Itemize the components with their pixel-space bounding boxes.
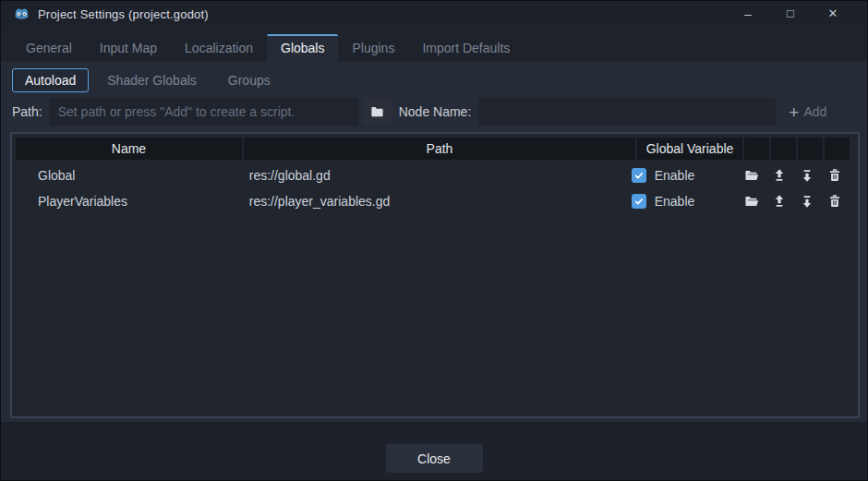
- enable-checkbox[interactable]: [632, 168, 646, 183]
- minimize-icon[interactable]: –: [727, 1, 769, 27]
- path-label: Path:: [12, 104, 42, 119]
- move-down-icon[interactable]: [799, 168, 814, 184]
- add-button-label: Add: [803, 104, 826, 119]
- tab-localization[interactable]: Localization: [171, 34, 267, 62]
- globals-subtab-bar: Autoload Shader Globals Groups: [12, 67, 858, 93]
- checkmark-icon: [633, 196, 645, 207]
- column-header-path[interactable]: Path: [244, 138, 635, 160]
- autoload-toolbar: Path: Node Name: + Add: [12, 97, 858, 126]
- maximize-icon[interactable]: □: [769, 1, 812, 27]
- autoload-table: Name Path Global Variable Global res://g…: [10, 132, 860, 418]
- subtab-groups[interactable]: Groups: [215, 68, 283, 92]
- open-folder-icon[interactable]: [743, 168, 759, 184]
- enable-label: Enable: [655, 168, 695, 183]
- close-button[interactable]: Close: [386, 444, 483, 473]
- godot-logo-icon: [14, 6, 30, 22]
- window-title: Project Settings (project.godot): [38, 7, 209, 21]
- trash-icon[interactable]: [826, 168, 842, 184]
- node-name-input[interactable]: [478, 98, 776, 126]
- enable-checkbox[interactable]: [632, 194, 646, 209]
- column-header-actions-1: [744, 138, 769, 160]
- settings-tab-bar: General Input Map Localization Globals P…: [1, 27, 867, 62]
- row-actions: [734, 194, 854, 210]
- trash-icon[interactable]: [826, 194, 842, 210]
- autoload-name: PlayerVariables: [16, 194, 241, 209]
- browse-path-button[interactable]: [364, 98, 392, 126]
- autoload-path: res://player_variables.gd: [241, 194, 629, 209]
- window-controls: – □ ✕: [727, 1, 854, 27]
- checkmark-icon: [633, 170, 645, 181]
- subtab-shader-globals[interactable]: Shader Globals: [94, 68, 210, 92]
- add-button[interactable]: + Add: [781, 98, 834, 126]
- table-row[interactable]: Global res://global.gd Enable: [16, 162, 854, 188]
- path-input[interactable]: [50, 98, 358, 126]
- close-icon[interactable]: ✕: [812, 1, 854, 27]
- project-settings-window: Project Settings (project.godot) – □ ✕ G…: [0, 0, 868, 481]
- column-header-actions-2: [771, 138, 796, 160]
- global-variable-cell: Enable: [629, 168, 734, 183]
- tab-input-map[interactable]: Input Map: [86, 34, 171, 62]
- dialog-footer: Close: [1, 422, 867, 480]
- open-folder-icon[interactable]: [743, 194, 759, 210]
- move-up-icon[interactable]: [771, 194, 787, 210]
- table-header-row: Name Path Global Variable: [16, 138, 854, 160]
- subtab-autoload[interactable]: Autoload: [12, 68, 89, 92]
- tab-plugins[interactable]: Plugins: [338, 34, 408, 62]
- table-row[interactable]: PlayerVariables res://player_variables.g…: [16, 188, 854, 214]
- tab-import-defaults[interactable]: Import Defaults: [408, 34, 524, 62]
- node-name-label: Node Name:: [399, 104, 472, 119]
- global-variable-cell: Enable: [629, 194, 734, 209]
- folder-icon: [370, 105, 384, 119]
- tab-general[interactable]: General: [12, 34, 86, 62]
- autoload-name: Global: [16, 168, 241, 183]
- column-header-actions-3: [798, 138, 823, 160]
- move-up-icon[interactable]: [771, 168, 787, 184]
- plus-icon: +: [789, 103, 799, 121]
- autoload-path: res://global.gd: [241, 168, 629, 183]
- column-header-actions-4: [825, 138, 850, 160]
- tab-globals[interactable]: Globals: [267, 34, 338, 62]
- column-header-name[interactable]: Name: [16, 138, 242, 160]
- move-down-icon[interactable]: [799, 194, 814, 210]
- row-actions: [734, 168, 854, 184]
- titlebar: Project Settings (project.godot) – □ ✕: [1, 1, 867, 27]
- globals-panel: Autoload Shader Globals Groups Path: Nod…: [1, 62, 867, 422]
- enable-label: Enable: [655, 194, 695, 209]
- column-header-global-variable[interactable]: Global Variable: [637, 138, 742, 160]
